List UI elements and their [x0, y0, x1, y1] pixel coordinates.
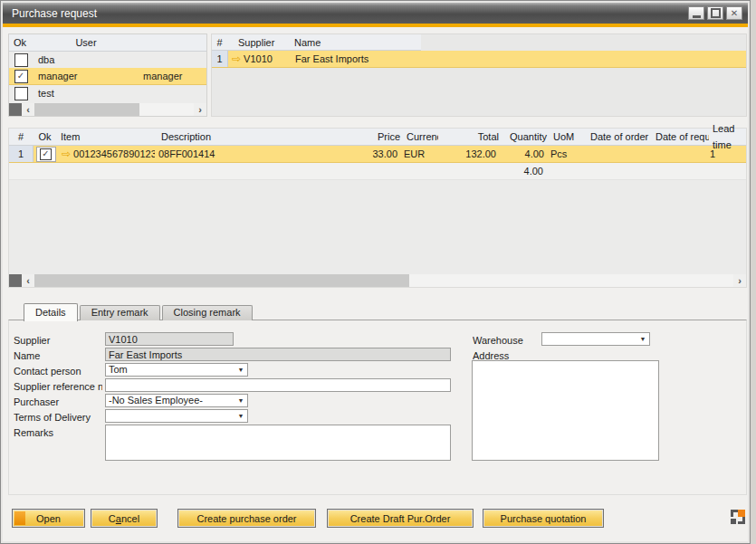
accent-gold-line	[3, 24, 748, 27]
date-of-order-header: Date of order	[587, 129, 652, 145]
tab-entry-remark[interactable]: Entry remark	[80, 305, 160, 320]
item-description: 08FF001414	[155, 146, 336, 162]
tab-details[interactable]: Details	[24, 303, 78, 321]
currency-header: Currency	[404, 129, 438, 145]
window-title: Purchase request	[3, 7, 688, 20]
purchaser-label: Purchaser	[14, 396, 102, 408]
warehouse-label: Warehouse	[473, 334, 540, 347]
ok-checkbox[interactable]	[14, 53, 28, 67]
items-table: # Ok Item Description Price Currency Tot…	[8, 128, 747, 288]
purchase-quotation-label: Purchase quotation	[501, 513, 587, 524]
supplier-label: Supplier	[14, 334, 102, 347]
scroll-right-button[interactable]: ›	[194, 103, 206, 116]
create-draft-pur-order-label: Create Draft Pur.Order	[350, 513, 451, 524]
item-total: 132.00	[435, 146, 500, 162]
cancel-button-label: Cancel	[109, 513, 139, 524]
chevron-down-icon: ▼	[234, 397, 247, 404]
maximize-icon	[711, 8, 721, 18]
user-name: manager	[33, 68, 139, 84]
purchase-quotation-button[interactable]: Purchase quotation	[483, 509, 604, 528]
scroll-thumb[interactable]	[34, 274, 409, 287]
ok-checkbox[interactable]: ✓	[14, 70, 28, 83]
default-button-indicator	[14, 511, 25, 525]
scroll-left-icon: ‹	[26, 275, 30, 286]
check-icon: ✓	[42, 146, 49, 162]
item-row[interactable]: 1 ✓ ⇨001234567890123456 08FF001414 33.00…	[9, 146, 746, 163]
user-row-manager[interactable]: ✓ manager manager	[9, 68, 206, 85]
chevron-down-icon: ▼	[636, 336, 649, 342]
user-row-test[interactable]: test	[9, 85, 206, 101]
user-name: test	[33, 85, 139, 101]
open-button[interactable]: Open	[12, 509, 85, 528]
scroll-right-button[interactable]: ›	[733, 274, 746, 287]
minimize-button[interactable]	[688, 6, 704, 20]
date-of-required-header: Date of requir	[652, 129, 709, 145]
row-number: 1	[212, 51, 228, 67]
open-button-label: Open	[36, 513, 61, 524]
name-field[interactable]	[105, 348, 451, 361]
summary-quantity: 4.00	[499, 163, 547, 179]
user-row-dba[interactable]: dba	[9, 52, 206, 68]
scroll-right-icon: ›	[198, 104, 202, 115]
scroll-left-button[interactable]: ‹	[22, 274, 34, 287]
tab-strip: Details Entry remark Closing remark	[24, 303, 254, 320]
scroll-left-button[interactable]: ‹	[22, 103, 34, 116]
cancel-button[interactable]: Cancel	[91, 509, 158, 528]
scroll-left-icon: ‹	[26, 104, 30, 115]
item-header: Item	[57, 129, 158, 145]
scroll-track[interactable]	[409, 274, 733, 287]
close-button[interactable]: ✕	[726, 6, 742, 20]
warehouse-select[interactable]: ▼	[541, 332, 650, 346]
chevron-down-icon: ▼	[234, 413, 247, 419]
contact-person-label: Contact person	[14, 365, 102, 377]
scroll-thumb[interactable]	[34, 103, 139, 116]
create-purchase-order-label: Create purchase order	[196, 513, 296, 524]
quantity-header: Quantity	[502, 129, 550, 145]
purchaser-select[interactable]: -No Sales Employee- ▼	[105, 394, 248, 407]
window-controls: ✕	[688, 6, 748, 20]
remarks-textarea[interactable]	[105, 425, 451, 461]
maximize-button[interactable]	[707, 6, 723, 20]
form-resize-grip-icon[interactable]	[731, 510, 745, 524]
item-price: 33.00	[336, 146, 401, 162]
purchaser-value: -No Sales Employee-	[106, 395, 234, 406]
num-header: #	[9, 129, 33, 145]
item-uom: Pcs	[548, 146, 584, 162]
uom-header: UoM	[550, 129, 587, 145]
description-header: Description	[158, 129, 339, 145]
link-arrow-icon[interactable]: ⇨	[62, 148, 71, 159]
tab-closing-remark[interactable]: Closing remark	[162, 305, 253, 320]
ok-header: Ok	[33, 129, 57, 145]
contact-person-select[interactable]: Tom ▼	[105, 363, 248, 377]
address-textarea[interactable]	[472, 360, 659, 461]
supplier-reference-input[interactable]	[105, 378, 451, 392]
terms-of-delivery-label: Terms of Delivery	[14, 411, 102, 424]
items-horizontal-scrollbar: ‹ ›	[9, 274, 746, 287]
create-draft-pur-order-button[interactable]: Create Draft Pur.Order	[327, 509, 474, 528]
chevron-down-icon: ▼	[234, 367, 247, 373]
suppliers-header-row: # Supplier Name	[212, 34, 746, 51]
title-bar[interactable]: Purchase request ✕	[3, 3, 748, 24]
suppliers-panel: # Supplier Name 1 ⇨V1010 Far East Import…	[211, 33, 747, 117]
item-code: 001234567890123456	[73, 146, 155, 162]
ok-checkbox[interactable]: ✓	[40, 148, 52, 160]
ok-column-header: Ok	[9, 34, 33, 51]
screen: Purchase request ✕ Ok User dba ✓ mana	[0, 0, 756, 544]
total-header: Total	[438, 129, 502, 145]
create-purchase-order-button[interactable]: Create purchase order	[177, 509, 316, 528]
item-quantity: 4.00	[500, 146, 548, 162]
scrollbar-corner-box	[9, 274, 22, 287]
contact-person-value: Tom	[106, 364, 234, 376]
scroll-track[interactable]	[139, 103, 194, 116]
name-label: Name	[14, 349, 102, 362]
items-header-row: # Ok Item Description Price Currency Tot…	[9, 129, 746, 146]
user-name: dba	[33, 52, 139, 68]
terms-of-delivery-select[interactable]: ▼	[105, 409, 248, 423]
link-arrow-icon[interactable]: ⇨	[232, 53, 241, 64]
ok-checkbox[interactable]	[14, 87, 28, 100]
summary-row: 4.00	[9, 163, 746, 180]
supplier-row[interactable]: 1 ⇨V1010 Far East Imports	[212, 51, 746, 68]
user-extra: manager	[139, 68, 206, 84]
supplier-field[interactable]	[105, 332, 234, 346]
scroll-right-icon: ›	[738, 275, 742, 286]
